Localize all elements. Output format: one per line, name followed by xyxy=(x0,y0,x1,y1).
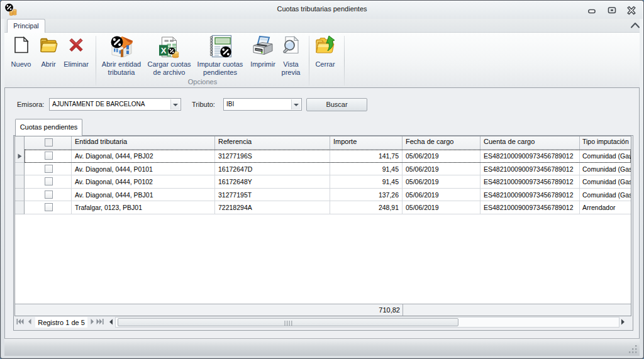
svg-text:X: X xyxy=(161,46,167,55)
